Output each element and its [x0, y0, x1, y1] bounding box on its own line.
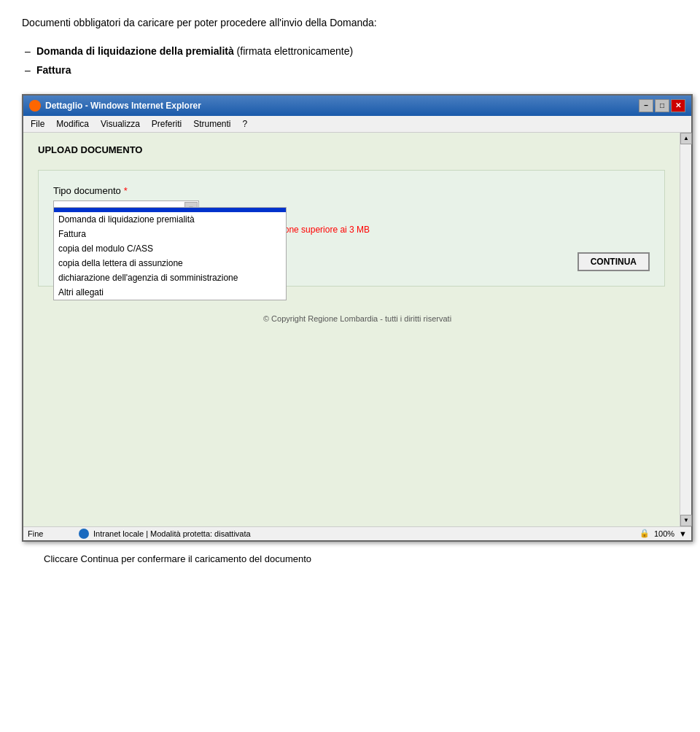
menu-file[interactable]: File	[26, 117, 49, 131]
ie-browser-icon	[29, 100, 41, 112]
required-star: *	[124, 185, 128, 196]
scroll-down-button[interactable]: ▼	[680, 515, 692, 526]
ie-titlebar-controls[interactable]: – □ ✕	[639, 99, 685, 112]
ie-window: Dettaglio - Windows Internet Explorer – …	[22, 94, 693, 542]
dropdown-list[interactable]: Domanda di liquidazione premialità Fattu…	[53, 207, 287, 300]
footer-section: Cliccare Continua per confermare il cari…	[22, 542, 678, 576]
ie-window-title: Dettaglio - Windows Internet Explorer	[45, 101, 201, 111]
footer-text: Cliccare Continua per confermare il cari…	[44, 553, 656, 564]
form-label: Tipo documento *	[53, 185, 650, 196]
ie-statusbar: Fine Intranet locale | Modalità protetta…	[23, 526, 691, 540]
copyright-text: © Copyright Regione Lombardia - tutti i …	[263, 314, 451, 323]
upload-title: UPLOAD DOCUMENTO	[38, 144, 665, 155]
intro-text: Documenti obbligatori da caricare per po…	[22, 15, 678, 31]
scroll-up-button[interactable]: ▲	[680, 133, 692, 144]
item2-label: Fattura	[36, 64, 71, 76]
status-right: 🔒 100% ▼	[639, 529, 687, 538]
ie-content: ▲ ▼ UPLOAD DOCUMENTO Tipo documento * ▼	[23, 133, 691, 526]
dropdown-item-4[interactable]: copia della lettera di assunzione	[54, 256, 286, 270]
list-item-1: Domanda di liquidazione della premialità…	[36, 42, 678, 61]
item1-label: Domanda di liquidazione della premialità	[36, 45, 234, 57]
dropdown-item-3[interactable]: copia del modulo C/ASS	[54, 241, 286, 256]
menu-strumenti[interactable]: Strumenti	[189, 117, 235, 131]
close-button[interactable]: ✕	[671, 99, 685, 112]
lock-icon: 🔒	[639, 529, 650, 538]
upload-section: UPLOAD DOCUMENTO Tipo documento * ▼ Doma…	[23, 133, 680, 310]
menu-help[interactable]: ?	[238, 117, 252, 131]
zoom-dropdown-icon[interactable]: ▼	[679, 529, 687, 538]
minimize-button[interactable]: –	[639, 99, 653, 112]
continua-button[interactable]: CONTINUA	[578, 252, 650, 271]
copyright-bar: © Copyright Regione Lombardia - tutti i …	[23, 310, 691, 327]
status-center-text: Intranet locale | Modalità protetta: dis…	[93, 529, 251, 538]
list-item-2: Fattura	[36, 61, 678, 79]
page-wrapper: Documenti obbligatori da caricare per po…	[0, 0, 700, 591]
ie-titlebar: Dettaglio - Windows Internet Explorer – …	[23, 96, 691, 116]
menu-visualizza[interactable]: Visualizza	[96, 117, 144, 131]
tipo-documento-label: Tipo documento	[53, 185, 121, 196]
maximize-button[interactable]: □	[655, 99, 669, 112]
zoom-level: 100%	[654, 529, 674, 538]
dropdown-item-2[interactable]: Fattura	[54, 227, 286, 241]
ie-titlebar-left: Dettaglio - Windows Internet Explorer	[29, 100, 201, 112]
menu-modifica[interactable]: Modifica	[52, 117, 93, 131]
form-area: Tipo documento * ▼ Domanda di liquidazio…	[38, 170, 665, 287]
dropdown-item-6[interactable]: Altri allegati	[54, 285, 286, 300]
menu-preferiti[interactable]: Preferiti	[147, 117, 186, 131]
status-center: Intranet locale | Modalità protetta: dis…	[79, 529, 632, 539]
status-left-text: Fine	[28, 529, 71, 538]
ie-menubar: File Modifica Visualizza Preferiti Strum…	[23, 116, 691, 133]
dropdown-item-5[interactable]: dichiarazione dell'agenzia di somministr…	[54, 270, 286, 285]
globe-icon	[79, 529, 89, 539]
intro-list: Domanda di liquidazione della premialità…	[36, 42, 678, 79]
dropdown-item-1[interactable]: Domanda di liquidazione premialità	[54, 212, 286, 227]
item1-suffix: (firmata elettronicamente)	[237, 45, 354, 57]
ie-scrollbar[interactable]: ▲ ▼	[680, 133, 691, 526]
